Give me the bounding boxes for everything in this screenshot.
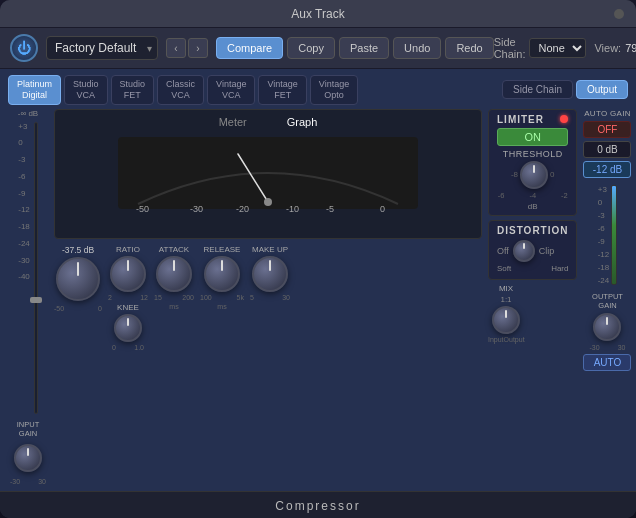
view-label: View: <box>594 42 621 54</box>
ratio-knob[interactable] <box>110 256 146 292</box>
threshold-db-label: dB <box>528 202 538 211</box>
sidechain-out-button[interactable]: Side Chain <box>502 80 573 99</box>
threshold-section: THRESHOLD -8 0 -6 -4 -2 <box>497 149 568 211</box>
mix-output-label: Output <box>504 336 525 343</box>
threshold-label: THRESHOLD <box>503 149 563 159</box>
mix-knob[interactable] <box>492 306 520 334</box>
release-label: RELEASE <box>204 245 241 254</box>
power-button[interactable]: ⏻ <box>10 34 38 62</box>
release-knob[interactable] <box>204 256 240 292</box>
plugin-name-label: Compressor <box>275 495 360 515</box>
meter-display: Meter Graph -50 -30 -20 -10 -5 <box>54 109 482 239</box>
mix-input-label: Input <box>488 336 504 343</box>
auto-gain-panel: AUTO GAIN OFF 0 dB -12 dB +30-3-6-9-12-1… <box>583 109 631 371</box>
plugin-window: Aux Track ⏻ Factory Default ▾ ‹ › Compar… <box>0 0 636 518</box>
input-gain-handle[interactable] <box>30 297 42 303</box>
output-gain-label: OUTPUT GAIN <box>583 292 631 310</box>
ratio-label: RATIO <box>116 245 140 254</box>
redo-button[interactable]: Redo <box>445 37 493 59</box>
attack-label: ATTACK <box>159 245 189 254</box>
knee-knob[interactable] <box>114 314 142 342</box>
distortion-knob[interactable] <box>513 240 535 262</box>
mix-group: MIX 1:1 Input Output <box>488 284 524 343</box>
svg-text:-5: -5 <box>326 204 334 214</box>
preset-container: Factory Default ▾ <box>46 36 158 60</box>
type-btn-classic-vca[interactable]: ClassicVCA <box>157 75 204 105</box>
dist-clip-label: Clip <box>539 246 555 256</box>
limiter-header: LIMITER <box>497 114 568 125</box>
preset-selector[interactable]: Factory Default <box>46 36 158 60</box>
threshold-knob[interactable] <box>520 161 548 189</box>
view-value: 79% <box>625 42 636 54</box>
plugin-body: PlatinumDigital StudioVCA StudioFET Clas… <box>0 69 636 491</box>
nav-next-button[interactable]: › <box>188 38 208 58</box>
distortion-row: Off Clip <box>497 240 568 262</box>
sidechain-row: Side Chain: None <box>494 36 587 60</box>
release-group: RELEASE 100 5k ms <box>200 245 244 310</box>
dist-hard-label: Hard <box>551 264 568 273</box>
meter-tab-button[interactable]: Meter <box>199 114 267 130</box>
output-gain-knob[interactable] <box>593 313 621 341</box>
plugin-header: ⏻ Factory Default ▾ ‹ › Compare Copy Pas… <box>0 28 636 69</box>
output-out-button[interactable]: Output <box>576 80 628 99</box>
type-btn-studio-vca[interactable]: StudioVCA <box>64 75 108 105</box>
left-section: -∞ dB +3 0 -3 -6 -9 -12 -18 -24 -30 -40 <box>8 109 48 485</box>
input-gain-label: INPUT GAIN <box>8 420 48 438</box>
window-control[interactable] <box>614 9 624 19</box>
limiter-on-button[interactable]: ON <box>497 128 568 146</box>
svg-text:0: 0 <box>380 204 385 214</box>
auto-button[interactable]: AUTO <box>583 354 631 371</box>
limiter-panel: LIMITER ON THRESHOLD -8 0 <box>488 109 577 343</box>
output-gain-meter <box>611 185 617 285</box>
compare-button[interactable]: Compare <box>216 37 283 59</box>
mix-section: MIX 1:1 Input Output <box>488 284 577 343</box>
type-btn-studio-fet[interactable]: StudioFET <box>111 75 155 105</box>
undo-button[interactable]: Undo <box>393 37 441 59</box>
auto-gain-label: AUTO GAIN <box>584 109 631 118</box>
input-gain-knob[interactable] <box>14 444 42 472</box>
limiter-label: LIMITER <box>497 114 544 125</box>
left-db-top: -∞ dB <box>18 109 38 118</box>
attack-knob[interactable] <box>156 256 192 292</box>
type-btn-vintage-fet[interactable]: VintageFET <box>258 75 306 105</box>
limiter-section: LIMITER ON THRESHOLD -8 0 <box>488 109 577 216</box>
type-btn-platinum[interactable]: PlatinumDigital <box>8 75 61 105</box>
plugin-type-row: PlatinumDigital StudioVCA StudioFET Clas… <box>8 75 628 105</box>
meter-tabs: Meter Graph <box>55 110 481 132</box>
main-knob[interactable] <box>56 257 100 301</box>
makeup-knob[interactable] <box>252 256 288 292</box>
paste-button[interactable]: Paste <box>339 37 389 59</box>
knobs-row: -37.5 dB -50 0 RATIO 2 12 <box>54 243 482 353</box>
dist-soft-label: Soft <box>497 264 511 273</box>
title-bar: Aux Track <box>0 0 636 28</box>
nav-buttons: ‹ › <box>166 38 208 58</box>
copy-button[interactable]: Copy <box>287 37 335 59</box>
output-buttons: Side Chain Output <box>502 80 628 99</box>
type-btn-vintage-vca[interactable]: VintageVCA <box>207 75 255 105</box>
header-right: Side Chain: None View: 79% 🔗 <box>494 36 636 60</box>
graph-tab-button[interactable]: Graph <box>267 114 338 130</box>
plugin-footer: Compressor <box>0 491 636 518</box>
type-btn-vintage-opto[interactable]: VintageOpto <box>310 75 358 105</box>
auto-gain-db-display: 0 dB <box>583 141 631 158</box>
distortion-label: DISTORTION <box>497 225 568 236</box>
svg-point-8 <box>264 198 272 206</box>
right-db-scale: +30-3-6-9-12-18-24 <box>598 185 610 285</box>
vu-meter-svg: -50 -30 -20 -10 -5 0 <box>55 132 481 217</box>
input-gain-fader[interactable] <box>34 122 38 414</box>
nav-prev-button[interactable]: ‹ <box>166 38 186 58</box>
auto-gain-off-button[interactable]: OFF <box>583 121 631 138</box>
makeup-label: MAKE UP <box>252 245 288 254</box>
main-knob-value: -37.5 dB <box>62 245 94 255</box>
limiter-led <box>560 115 568 123</box>
right-section: LIMITER ON THRESHOLD -8 0 <box>488 109 628 485</box>
plugin-types: PlatinumDigital StudioVCA StudioFET Clas… <box>8 75 358 105</box>
knee-label: KNEE <box>117 303 139 312</box>
mix-ratio-label: 1:1 <box>500 295 511 304</box>
attack-group: ATTACK 15 200 ms <box>154 245 194 310</box>
sidechain-label: Side Chain: <box>494 36 526 60</box>
dist-off-label: Off <box>497 246 509 256</box>
main-knob-group: -37.5 dB -50 0 <box>54 245 102 312</box>
traffic-lights <box>614 9 624 19</box>
sidechain-select[interactable]: None <box>529 38 586 58</box>
